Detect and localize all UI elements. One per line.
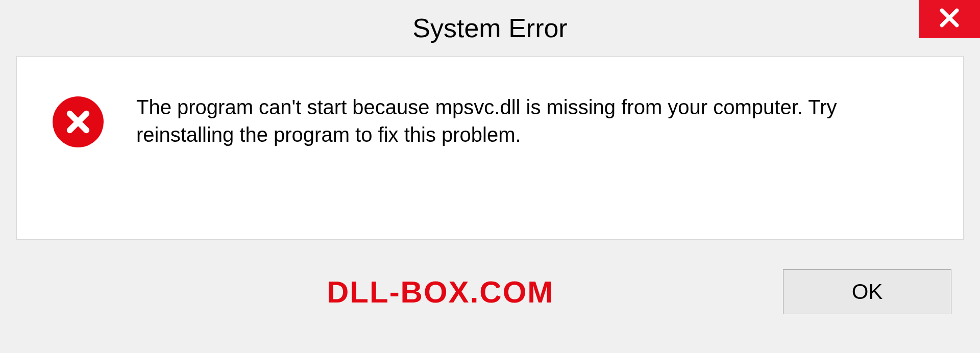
error-icon (53, 96, 104, 147)
dialog-footer: DLL-BOX.COM OK (0, 241, 980, 353)
error-message: The program can't start because mpsvc.dl… (136, 93, 933, 148)
system-error-dialog: System Error The program can't start bec… (0, 0, 980, 353)
content-panel: The program can't start because mpsvc.dl… (16, 56, 964, 240)
ok-button-label: OK (852, 280, 883, 304)
title-bar: System Error (0, 0, 980, 56)
watermark-text: DLL-BOX.COM (327, 274, 554, 310)
close-icon (938, 7, 961, 31)
dialog-title: System Error (412, 13, 567, 43)
ok-button[interactable]: OK (783, 269, 951, 314)
close-button[interactable] (919, 0, 980, 38)
